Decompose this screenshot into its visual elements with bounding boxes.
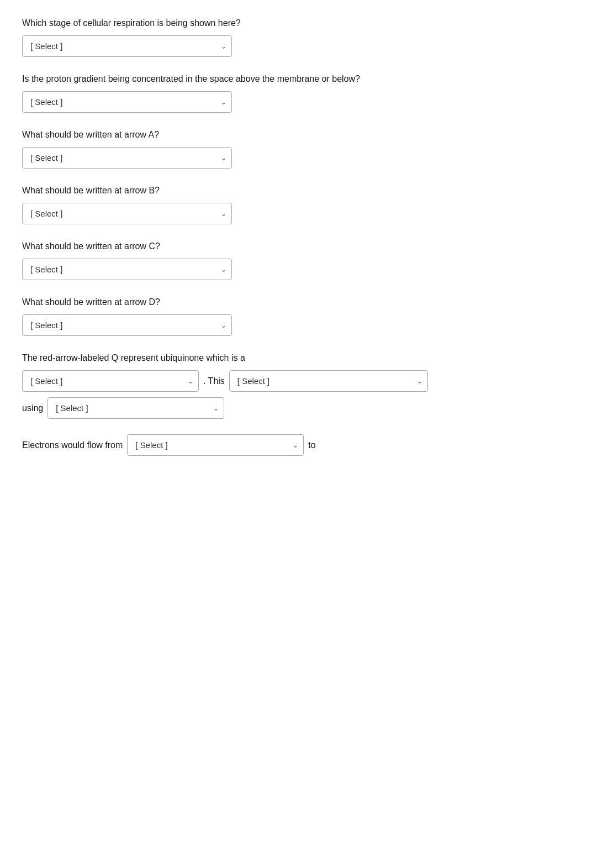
question-8-row: Electrons would flow from [ Select ] ⌄ t… xyxy=(22,434,586,456)
question-6-text: What should be written at arrow D? xyxy=(22,296,586,309)
question-4-text: What should be written at arrow B? xyxy=(22,184,586,197)
question-7-select3-wrapper: [ Select ] ⌄ xyxy=(47,397,224,419)
question-7-prefix-text: The red-arrow-labeled Q represent ubiqui… xyxy=(22,351,586,365)
question-7-using-text: using xyxy=(22,403,43,413)
question-5: What should be written at arrow C? [ Sel… xyxy=(22,240,586,280)
question-7-select-1[interactable]: [ Select ] xyxy=(22,370,199,392)
question-3: What should be written at arrow A? [ Sel… xyxy=(22,128,586,169)
question-2-select-wrapper: [ Select ] ⌄ xyxy=(22,91,232,113)
question-6-select[interactable]: [ Select ] xyxy=(22,314,232,336)
question-5-select[interactable]: [ Select ] xyxy=(22,259,232,280)
question-8-suffix-text: to xyxy=(308,440,315,450)
question-8-select[interactable]: [ Select ] xyxy=(127,434,304,456)
question-3-select-wrapper: [ Select ] ⌄ xyxy=(22,147,232,169)
question-2: Is the proton gradient being concentrate… xyxy=(22,72,586,113)
question-7: The red-arrow-labeled Q represent ubiqui… xyxy=(22,351,586,419)
question-1-text: Which stage of cellular respiration is b… xyxy=(22,17,586,30)
question-5-select-wrapper: [ Select ] ⌄ xyxy=(22,259,232,280)
question-2-text: Is the proton gradient being concentrate… xyxy=(22,72,586,86)
question-7-select-2[interactable]: [ Select ] xyxy=(229,370,428,392)
question-7-select1-wrapper: [ Select ] ⌄ xyxy=(22,370,199,392)
question-7-select-3[interactable]: [ Select ] xyxy=(47,397,224,419)
question-3-text: What should be written at arrow A? xyxy=(22,128,586,141)
question-7-inline-row: [ Select ] ⌄ . This [ Select ] ⌄ xyxy=(22,370,586,392)
question-1: Which stage of cellular respiration is b… xyxy=(22,17,586,57)
question-5-text: What should be written at arrow C? xyxy=(22,240,586,253)
question-7-using-row: using [ Select ] ⌄ xyxy=(22,397,586,419)
question-4: What should be written at arrow B? [ Sel… xyxy=(22,184,586,224)
question-7-middle-text: . This xyxy=(203,376,225,386)
question-8-select-wrapper: [ Select ] ⌄ xyxy=(127,434,304,456)
question-4-select[interactable]: [ Select ] xyxy=(22,203,232,224)
question-6: What should be written at arrow D? [ Sel… xyxy=(22,296,586,336)
question-1-select-wrapper: [ Select ] ⌄ xyxy=(22,35,232,57)
question-8-prefix-text: Electrons would flow from xyxy=(22,440,123,450)
question-1-select[interactable]: [ Select ] xyxy=(22,35,232,57)
question-8: Electrons would flow from [ Select ] ⌄ t… xyxy=(22,434,586,456)
question-2-select[interactable]: [ Select ] xyxy=(22,91,232,113)
question-3-select[interactable]: [ Select ] xyxy=(22,147,232,169)
question-6-select-wrapper: [ Select ] ⌄ xyxy=(22,314,232,336)
question-7-select2-wrapper: [ Select ] ⌄ xyxy=(229,370,428,392)
question-4-select-wrapper: [ Select ] ⌄ xyxy=(22,203,232,224)
